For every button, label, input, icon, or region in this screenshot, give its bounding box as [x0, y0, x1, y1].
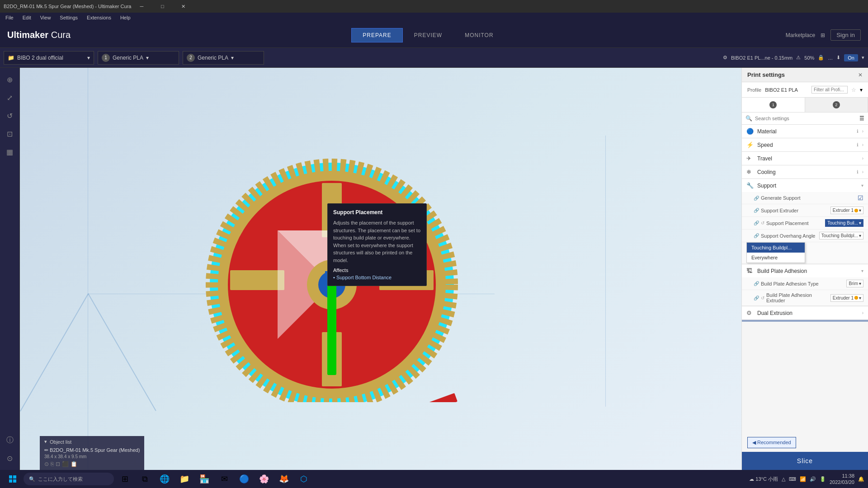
- support-ext-link[interactable]: 🔗: [754, 208, 759, 213]
- object-name: B2DO_RM-01 Mk.5 Spur Gear (Meshed): [50, 447, 140, 453]
- support-placement-link[interactable]: 🔗: [754, 221, 759, 225]
- notification-bell[interactable]: 🔔: [858, 476, 864, 482]
- recommended-button[interactable]: ◀ Recommended: [747, 437, 796, 448]
- profile-filter-input[interactable]: [811, 86, 848, 94]
- speed-info-icon: ℹ: [857, 142, 859, 147]
- travel-icon: ✈: [746, 155, 754, 162]
- menu-settings[interactable]: Settings: [58, 14, 80, 21]
- per-model-settings[interactable]: ▦: [2, 144, 18, 160]
- taskbar-widgets[interactable]: ⊞: [116, 470, 134, 488]
- search-input[interactable]: [755, 116, 857, 121]
- bpa-ext-link[interactable]: 🔗: [754, 296, 759, 300]
- titlebar: B2DO_RM-01 Mk.5 Spur Gear (Meshed) - Ult…: [0, 0, 868, 13]
- scroll-indicator: [742, 320, 868, 322]
- taskbar-app7[interactable]: 🦊: [275, 470, 293, 488]
- machine-selector[interactable]: 📁 BIBO 2 dual official ▾: [4, 51, 94, 65]
- support-overhang-dropdown[interactable]: Touching Buildpl... ▾: [819, 232, 863, 239]
- taskbar: 🔍 ここに入力して検索 ⊞ ⧉ 🌐 📁 🏪 ✉ 🔵 🌸 🦊 ⬡ ☁ 13°C 小…: [0, 470, 868, 488]
- support-extruder-dropdown[interactable]: Extruder 1 ▾: [830, 206, 863, 214]
- menu-extensions[interactable]: Extensions: [85, 14, 113, 21]
- on-badge[interactable]: On: [844, 54, 858, 61]
- menu-file[interactable]: File: [4, 14, 15, 21]
- marketplace-link[interactable]: Marketplace: [786, 32, 815, 38]
- menu-edit[interactable]: Edit: [21, 14, 33, 21]
- bpa-extruder-dropdown[interactable]: Extruder 1 ▾: [830, 294, 863, 302]
- extruder-dot: [854, 209, 858, 212]
- support-arrow: ▾: [861, 183, 863, 188]
- clock[interactable]: 11:38 2022/03/20: [830, 473, 854, 486]
- extruder2-tab[interactable]: 2: [805, 98, 868, 112]
- viewport[interactable]: Support Placement Adjusts the placement …: [20, 68, 741, 470]
- travel-section-header[interactable]: ✈ Travel ›: [742, 152, 868, 165]
- move-tool[interactable]: ⊕: [2, 71, 18, 88]
- info-tool[interactable]: ⓘ: [2, 432, 18, 448]
- battery-icon: 🔋: [820, 476, 826, 482]
- maximize-button[interactable]: □: [152, 0, 173, 13]
- placement-option-everywhere[interactable]: Everywhere: [747, 253, 805, 263]
- taskbar-app6[interactable]: 🌸: [255, 470, 273, 488]
- taskbar-app8[interactable]: ⬡: [295, 470, 313, 488]
- obj-icon-4[interactable]: ⬛: [62, 461, 69, 467]
- obj-icon-2[interactable]: ⎘: [51, 461, 54, 467]
- support-section-header[interactable]: 🔧 Support ▾: [742, 179, 868, 192]
- settings-menu-icon[interactable]: ☰: [859, 115, 864, 122]
- tab-prepare[interactable]: PREPARE: [351, 28, 402, 42]
- build-plate-arrow: ▾: [861, 268, 863, 273]
- generate-support-checkbox[interactable]: ☑: [858, 194, 863, 202]
- tab-preview[interactable]: PREVIEW: [403, 28, 453, 42]
- taskbar-store[interactable]: 🏪: [195, 470, 213, 488]
- scale-tool[interactable]: ⤢: [2, 89, 18, 106]
- taskbar-multitask[interactable]: ⧉: [136, 470, 154, 488]
- taskbar-explorer[interactable]: 📁: [175, 470, 193, 488]
- start-button[interactable]: [4, 470, 22, 488]
- cooling-section-header[interactable]: ❄ Cooling ℹ ›: [742, 165, 868, 178]
- bpa-ext-reset[interactable]: ↺: [761, 296, 764, 300]
- extruder1-tab[interactable]: 1: [742, 98, 805, 112]
- material-section-header[interactable]: 🔵 Material ℹ ›: [742, 125, 868, 138]
- obj-icon-3[interactable]: ⊡: [56, 461, 60, 467]
- support-popup: Support Placement Adjusts the placement …: [327, 203, 427, 286]
- speed-section-header[interactable]: ⚡ Speed ℹ ›: [742, 138, 868, 151]
- mirror-tool[interactable]: ⊡: [2, 126, 18, 142]
- dual-extrusion-header[interactable]: ⚙ Dual Extrusion ›: [742, 306, 868, 319]
- tab-monitor[interactable]: MONITOR: [453, 28, 505, 42]
- taskbar-search[interactable]: 🔍 ここに入力して検索: [24, 473, 114, 485]
- right-settings: ⚙ BIBO2 E1 PL...ne - 0.15mm ⚠ 50% 🔒 … ⬇ …: [723, 54, 864, 61]
- rotate-tool[interactable]: ↺: [2, 108, 18, 124]
- slice-button[interactable]: Slice: [742, 452, 868, 470]
- machine-name: BIBO 2 dual official: [17, 55, 63, 61]
- taskbar-mail[interactable]: ✉: [215, 470, 233, 488]
- support-placement-dropdown[interactable]: Touching Buil... ▾: [825, 219, 863, 227]
- extruder2-selector[interactable]: 2 Generic PLA ▾: [183, 51, 264, 65]
- lock-icon: 🔒: [818, 55, 824, 61]
- placement-option-touching[interactable]: Touching Buildpl...: [747, 243, 805, 253]
- build-plate-section-header[interactable]: 🏗 Build Plate Adhesion ▾: [742, 264, 868, 277]
- close-button[interactable]: ✕: [173, 0, 193, 13]
- apps-grid-icon[interactable]: ⊞: [821, 32, 825, 38]
- collapse-icon[interactable]: ▾: [44, 439, 47, 445]
- settings-title: Print settings: [747, 71, 785, 78]
- support-extruder-label: Support Extruder: [761, 208, 829, 213]
- extruder1-selector[interactable]: 1 Generic PLA ▾: [98, 51, 179, 65]
- windows-icon: [9, 475, 16, 483]
- obj-icon-1[interactable]: ⊙: [44, 461, 49, 467]
- obj-icon-5[interactable]: 📋: [71, 461, 77, 467]
- speed-section: ⚡ Speed ℹ ›: [742, 138, 868, 152]
- support-overhang-link[interactable]: 🔗: [754, 233, 759, 238]
- profile-label: Profile: [747, 87, 761, 93]
- extruder1-number: 1: [102, 54, 110, 62]
- bpa-type-link[interactable]: 🔗: [754, 281, 759, 286]
- help-tool[interactable]: ⊙: [2, 450, 18, 466]
- signin-button[interactable]: Sign in: [830, 29, 861, 41]
- menu-help[interactable]: Help: [118, 14, 132, 21]
- dual-ext-arrow: ›: [862, 310, 863, 315]
- support-placement-reset[interactable]: ↺: [761, 221, 764, 225]
- menu-view[interactable]: View: [38, 14, 53, 21]
- minimize-button[interactable]: ─: [131, 0, 152, 13]
- gen-support-link[interactable]: 🔗: [754, 196, 759, 201]
- generate-support-label: Generate Support: [761, 195, 856, 201]
- bpa-type-dropdown[interactable]: Brim ▾: [846, 280, 863, 287]
- taskbar-edge[interactable]: 🌐: [156, 470, 174, 488]
- settings-close-button[interactable]: ✕: [858, 72, 863, 78]
- taskbar-app5[interactable]: 🔵: [235, 470, 253, 488]
